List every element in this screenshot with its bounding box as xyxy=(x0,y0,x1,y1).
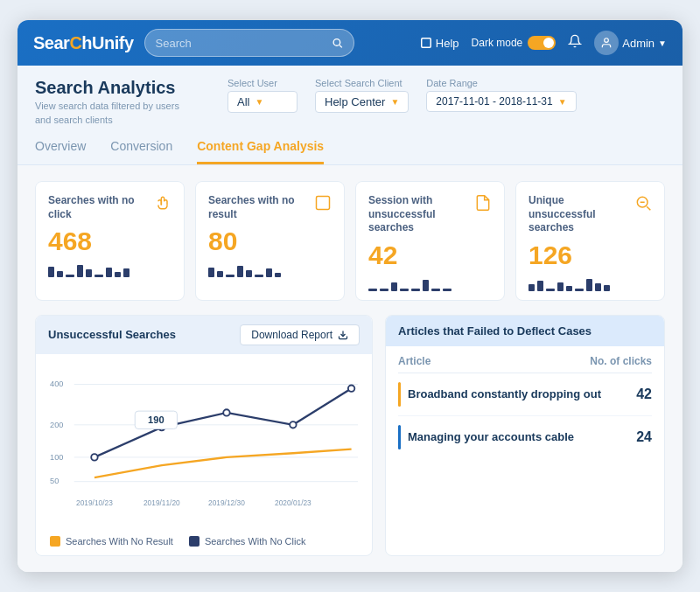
mini-bar xyxy=(391,282,397,291)
article-name-1: Broadband constantly dropping out xyxy=(398,382,601,407)
stat-card-no-result: Searches with no result 80 xyxy=(195,181,345,301)
line-point xyxy=(91,454,97,460)
filter-date-label: Date Range xyxy=(426,78,576,88)
x-label-4: 2020/01/23 xyxy=(275,498,312,507)
line-point xyxy=(223,409,229,415)
no-result-line xyxy=(94,449,352,477)
articles-card-title: Articles that Failed to Deflect Cases xyxy=(398,324,652,338)
chart-card-header: Unsuccessful Searches Download Report xyxy=(36,316,372,354)
stat-value-unique: 126 xyxy=(528,240,652,270)
svg-point-3 xyxy=(605,38,609,43)
mini-bar xyxy=(537,281,543,291)
help-label: Help xyxy=(436,37,459,50)
no-click-line xyxy=(94,388,352,457)
tab-content-gap[interactable]: Content Gap Analysis xyxy=(197,139,324,164)
stat-card-header: Session with unsuccessful searches xyxy=(368,194,492,235)
filter-user-label: Select User xyxy=(228,78,298,88)
mini-bar xyxy=(266,268,272,277)
bell-icon xyxy=(568,34,582,48)
legend-no-click: Searches With No Click xyxy=(189,536,306,547)
filter-user: Select User All ▼ xyxy=(228,78,298,113)
mini-bar xyxy=(94,275,103,277)
mini-bar xyxy=(431,289,440,291)
mini-bar xyxy=(368,289,377,291)
svg-rect-4 xyxy=(317,197,330,210)
admin-label: Admin xyxy=(622,37,654,50)
dark-mode-label: Dark mode xyxy=(472,37,523,49)
chart-title: Unsuccessful Searches xyxy=(48,328,176,341)
download-icon xyxy=(338,330,348,340)
filter-client-select[interactable]: Help Center ▼ xyxy=(315,91,409,113)
download-report-button[interactable]: Download Report xyxy=(240,324,360,345)
bottom-row: Unsuccessful Searches Download Report 40… xyxy=(35,315,665,556)
mini-bars-session xyxy=(368,277,492,291)
article-row: Broadband constantly dropping out 42 xyxy=(398,373,652,416)
filter-date-select[interactable]: 2017-11-01 - 2018-11-31 ▼ xyxy=(426,91,576,112)
filter-user-value: All xyxy=(237,95,249,108)
mini-bar xyxy=(115,272,121,277)
tab-conversion[interactable]: Conversion xyxy=(110,139,172,164)
main-content: Searches with no click 468 xyxy=(18,165,682,572)
mini-bar xyxy=(237,266,243,277)
y-label-200: 200 xyxy=(50,420,63,428)
articles-card-header: Articles that Failed to Deflect Cases xyxy=(386,316,664,346)
stat-card-unique: Unique unsuccessful searches 126 xyxy=(515,181,665,301)
line-point xyxy=(348,385,354,391)
stat-icon-session xyxy=(474,194,492,216)
stat-label-no-click: Searches with no click xyxy=(48,194,147,221)
filters: Select User All ▼ Select Search Client H… xyxy=(228,78,577,113)
mini-bar xyxy=(575,289,584,291)
header-right: Help Dark mode Admin ▼ xyxy=(420,31,667,55)
articles-table-header: Article No. of clicks xyxy=(398,346,652,373)
col-article-header: Article xyxy=(398,355,430,367)
article-row: Managing your accounts cable 24 xyxy=(398,416,652,458)
article-accent-orange xyxy=(398,382,401,407)
x-label-3: 2019/12/30 xyxy=(208,498,245,507)
filter-date-value: 2017-11-01 - 2018-11-31 xyxy=(436,95,552,108)
stat-label-unique: Unique unsuccessful searches xyxy=(528,194,627,235)
logo: SearChUnify xyxy=(33,33,134,53)
mini-bar xyxy=(217,271,223,277)
legend-dot-no-result xyxy=(50,536,60,547)
mini-bar xyxy=(106,268,112,277)
article-accent-blue xyxy=(398,425,401,449)
search-icon xyxy=(332,37,343,49)
filter-date: Date Range 2017-11-01 - 2018-11-31 ▼ xyxy=(426,78,576,112)
admin-menu[interactable]: Admin ▼ xyxy=(594,31,667,55)
col-clicks-header: No. of clicks xyxy=(590,355,652,367)
mini-bar xyxy=(255,275,263,277)
tab-overview[interactable]: Overview xyxy=(35,139,86,164)
y-label-400: 400 xyxy=(50,380,63,388)
stat-icon-unique xyxy=(634,194,652,216)
logo-highlight: C xyxy=(69,33,81,52)
search-input[interactable] xyxy=(156,37,328,50)
toggle-track[interactable] xyxy=(528,36,556,50)
dark-mode-toggle[interactable]: Dark mode xyxy=(472,36,556,50)
article-clicks-1: 42 xyxy=(636,387,652,402)
mini-bars-unique xyxy=(528,277,652,291)
help-button[interactable]: Help xyxy=(420,37,459,50)
articles-card: Articles that Failed to Deflect Cases Ar… xyxy=(385,315,665,556)
mini-bar xyxy=(208,268,214,277)
notification-bell[interactable] xyxy=(568,34,582,52)
filter-client-label: Select Search Client xyxy=(315,78,409,88)
stat-card-session: Session with unsuccessful searches 42 xyxy=(355,181,505,301)
search-bar[interactable] xyxy=(144,29,354,57)
y-label-100: 100 xyxy=(50,452,63,461)
stat-icon-no-result xyxy=(314,194,332,216)
toggle-thumb xyxy=(543,38,554,48)
stat-card-header: Unique unsuccessful searches xyxy=(528,194,652,235)
user-icon xyxy=(600,37,612,49)
svg-line-1 xyxy=(340,45,342,48)
mini-bars-no-click xyxy=(48,263,172,277)
mini-bar xyxy=(275,273,281,277)
mini-bar xyxy=(604,285,610,291)
filter-user-select[interactable]: All ▼ xyxy=(228,91,298,113)
svg-line-6 xyxy=(647,206,650,210)
stat-card-no-click: Searches with no click 468 xyxy=(35,181,185,301)
mini-bar xyxy=(123,268,130,277)
filter-client-arrow: ▼ xyxy=(390,97,399,107)
mini-bar xyxy=(246,270,252,277)
page-title-area: Search Analytics View search data filter… xyxy=(35,78,192,127)
chart-card: Unsuccessful Searches Download Report 40… xyxy=(35,315,373,556)
